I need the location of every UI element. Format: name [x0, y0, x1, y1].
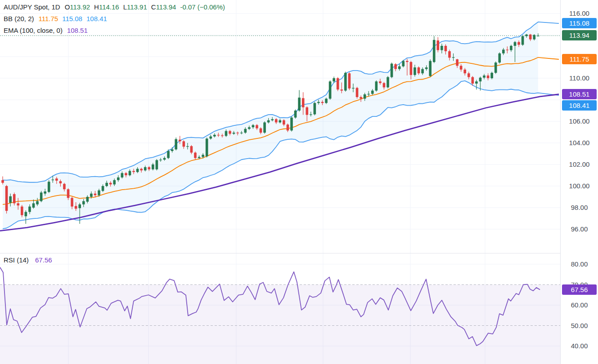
candle-body — [140, 169, 143, 171]
candle-body — [275, 119, 278, 122]
candle-body — [433, 40, 436, 62]
candle-body — [13, 194, 16, 203]
bb-title: BB (20, 2) — [4, 14, 34, 23]
candle-body — [98, 191, 100, 195]
candle-body — [436, 40, 439, 50]
candle-body — [198, 157, 201, 158]
open-value: 113.92 — [70, 3, 90, 12]
candle-body — [510, 46, 513, 50]
price-tick-label: 102.00 — [561, 160, 598, 169]
candle-body — [17, 203, 19, 205]
candle-body — [290, 118, 293, 131]
legend: AUD/JPY Spot, 1D O113.92 H114.16 L113.91… — [4, 3, 225, 38]
badge-bb-basis: 111.75 — [562, 54, 597, 64]
close-value: 113.94 — [156, 3, 176, 12]
candle-body — [429, 61, 432, 76]
bb-upper-value: 115.08 — [62, 14, 82, 23]
candle-body — [82, 201, 85, 204]
legend-row-bb[interactable]: BB (20, 2) 111.75 115.08 108.41 — [4, 14, 225, 23]
candle-body — [59, 181, 62, 183]
ema-title: EMA (100, close, 0) — [4, 26, 63, 35]
candle-body — [86, 197, 89, 202]
candle-body — [202, 155, 204, 157]
candle-body — [302, 98, 305, 107]
price-tick-label: 116.00 — [561, 9, 598, 18]
candle-body — [379, 81, 382, 83]
rsi-band-fill — [0, 285, 560, 364]
candle-body — [125, 173, 127, 175]
candle-body — [283, 120, 285, 125]
candle-body — [321, 102, 324, 103]
candle-body — [337, 78, 339, 89]
price-tick-label: 104.00 — [561, 139, 598, 147]
candle-body — [425, 67, 428, 69]
candle-body — [418, 67, 420, 73]
candle-body — [28, 207, 31, 212]
candle-body — [468, 73, 470, 77]
candle-body — [329, 81, 332, 98]
candle-body — [340, 89, 343, 90]
chart-area[interactable] — [0, 0, 560, 364]
candle-body — [163, 158, 166, 160]
candle-body — [175, 139, 177, 150]
candle-body — [472, 77, 474, 84]
candle-body — [317, 102, 320, 103]
candle-body — [333, 78, 335, 81]
candle-body — [117, 178, 120, 180]
candle-body — [483, 75, 486, 78]
candle-body — [487, 75, 490, 78]
price-tick-label: 98.00 — [561, 204, 598, 212]
candle-body — [32, 203, 35, 208]
candle-body — [402, 61, 405, 67]
candle-body — [314, 103, 316, 114]
low-value: 113.91 — [127, 3, 147, 12]
chart-window: AUD/JPY Spot, 1D O113.92 H114.16 L113.91… — [0, 0, 598, 364]
candle-body — [387, 77, 389, 88]
candle-body — [310, 114, 312, 115]
candle-body — [75, 206, 77, 209]
candle-body — [298, 98, 301, 111]
price-scale[interactable]: 116.00110.00106.00104.00102.00100.0098.0… — [560, 0, 598, 364]
candle-body — [129, 171, 131, 175]
candle-body — [148, 167, 150, 169]
candle-body — [383, 83, 386, 88]
candle-body — [490, 73, 493, 78]
rsi-tick-label: 80.00 — [561, 260, 598, 268]
candle-body — [156, 160, 158, 169]
candle-body — [256, 125, 258, 128]
high-label: H — [94, 3, 99, 12]
candle-body — [306, 107, 308, 115]
candle-body — [441, 46, 443, 50]
candle-body — [445, 46, 447, 51]
price-tick-label: 96.00 — [561, 225, 598, 233]
candle-body — [502, 49, 505, 53]
open-label: O — [65, 3, 70, 12]
candle-body — [51, 180, 54, 180]
legend-row-ema[interactable]: EMA (100, close, 0) 108.51 — [4, 26, 225, 35]
price-tick-label: 110.00 — [561, 74, 598, 82]
candle-body — [406, 61, 409, 62]
badge-bb-upper: 115.08 — [562, 18, 597, 28]
candle-body — [248, 127, 251, 129]
badge-bb-lower: 108.41 — [562, 100, 597, 111]
rsi-legend[interactable]: RSI (14) 67.56 — [4, 256, 52, 264]
candle-body — [517, 42, 520, 45]
legend-row-symbol[interactable]: AUD/JPY Spot, 1D O113.92 H114.16 L113.91… — [4, 3, 225, 12]
badge-last-price: 113.94 — [562, 30, 597, 40]
candle-body — [71, 198, 73, 206]
high-value: 114.16 — [99, 3, 119, 12]
candle-body — [213, 135, 216, 137]
candle-body — [244, 129, 247, 133]
candle-body — [48, 182, 50, 192]
candle-body — [356, 88, 359, 97]
candle-body — [25, 212, 27, 217]
candle-body — [121, 173, 124, 178]
candle-body — [263, 122, 266, 133]
close-label: C — [151, 3, 156, 12]
candle-body — [167, 151, 170, 158]
badge-rsi: 67.56 — [562, 284, 597, 295]
candle-body — [109, 183, 112, 185]
bb-basis-value: 111.75 — [39, 14, 58, 23]
candle-body — [360, 97, 362, 99]
candle-body — [463, 70, 466, 73]
